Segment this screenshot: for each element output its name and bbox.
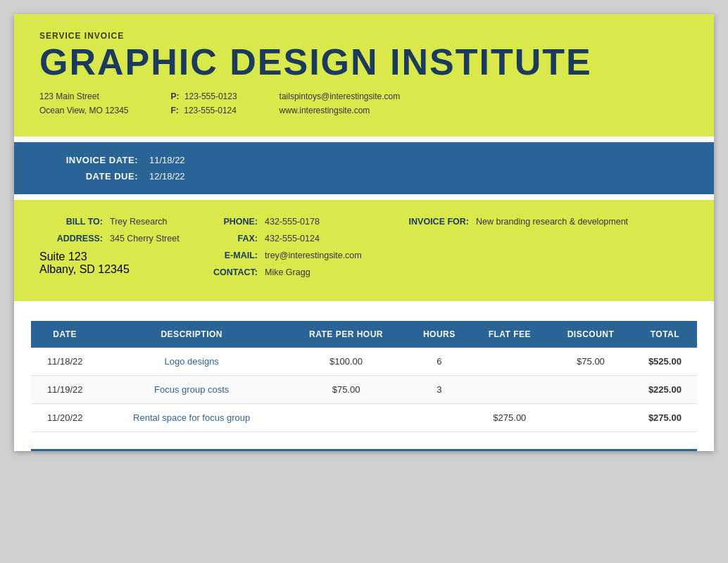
table-cell: Logo designs xyxy=(99,348,284,376)
billto-grid: BILL TO: Trey Research ADDRESS: 345 Cher… xyxy=(39,217,689,284)
address-line2: Ocean View, MO 12345 xyxy=(39,106,129,115)
email-website-col: tailspintoys@interestingsite.com www.int… xyxy=(280,91,401,120)
divider-3 xyxy=(14,301,714,307)
table-cell: 11/20/22 xyxy=(31,404,99,432)
date-due-value: 12/18/22 xyxy=(149,171,185,182)
table-row: 11/18/22Logo designs$100.006$75.00$525.0… xyxy=(31,348,697,376)
invoice-for-row: INVOICE FOR: New branding research & dev… xyxy=(391,217,689,227)
table-cell: Rental space for focus group xyxy=(99,404,284,432)
invoice-for-label: INVOICE FOR: xyxy=(391,217,469,227)
col-description: DESCRIPTION xyxy=(99,321,284,348)
phone-fax-col: P: 123-555-0123 F: 123-555-0124 xyxy=(171,91,237,120)
billto-phone-label: PHONE: xyxy=(194,217,258,227)
billto-contact-row: CONTACT: Mike Gragg xyxy=(194,267,391,277)
billto-fax-row: FAX: 432-555-0124 xyxy=(194,234,391,243)
address-line3: Albany, SD 12345 xyxy=(39,263,194,276)
divider-2 xyxy=(14,194,714,200)
billto-col-1: BILL TO: Trey Research ADDRESS: 345 Cher… xyxy=(39,217,194,284)
billto-email-value: trey@interestingsite.com xyxy=(265,251,362,260)
phone-row: P: 123-555-0123 xyxy=(171,91,237,101)
col-flat-fee: FLAT FEE xyxy=(471,321,549,348)
table-cell: $75.00 xyxy=(548,348,633,376)
invoice-date-value: 11/18/22 xyxy=(149,155,185,165)
header-section: SERVICE INVOICE GRAPHIC DESIGN INSTITUTE… xyxy=(14,14,714,137)
phone-label: P: xyxy=(171,91,180,101)
billto-fax-value: 432-555-0124 xyxy=(265,234,320,243)
table-cell: $75.00 xyxy=(284,376,408,404)
service-label: SERVICE INVOICE xyxy=(39,31,689,41)
table-cell: 11/18/22 xyxy=(31,348,99,376)
table-cell: $275.00 xyxy=(471,404,549,432)
bill-to-name: Trey Research xyxy=(110,217,168,227)
col-total: TOTAL xyxy=(633,321,697,348)
address-line1: 345 Cherry Street xyxy=(110,234,180,243)
billto-fax-label: FAX: xyxy=(194,234,258,243)
invoice-table: DATE DESCRIPTION RATE PER HOUR HOURS FLA… xyxy=(31,321,697,432)
table-cell xyxy=(471,348,549,376)
col-hours: HOURS xyxy=(408,321,470,348)
date-due-row: DATE DUE: 12/18/22 xyxy=(39,171,689,182)
company-name: GRAPHIC DESIGN INSTITUTE xyxy=(39,44,689,80)
table-section: DATE DESCRIPTION RATE PER HOUR HOURS FLA… xyxy=(14,307,714,449)
table-cell: $100.00 xyxy=(284,348,408,376)
table-cell xyxy=(408,404,470,432)
billto-contact-value: Mike Gragg xyxy=(265,267,310,277)
billto-phone-row: PHONE: 432-555-0178 xyxy=(194,217,391,227)
table-row: 11/19/22Focus group costs$75.003$225.00 xyxy=(31,376,697,404)
invoice-page: SERVICE INVOICE GRAPHIC DESIGN INSTITUTE… xyxy=(14,14,714,451)
invoice-for-value: New branding research & development xyxy=(476,217,628,227)
address-col: 123 Main Street Ocean View, MO 12345 xyxy=(39,91,129,120)
table-row: 11/20/22Rental space for focus group$275… xyxy=(31,404,697,432)
table-header-row: DATE DESCRIPTION RATE PER HOUR HOURS FLA… xyxy=(31,321,697,348)
col-date: DATE xyxy=(31,321,99,348)
website-value: www.interestingsite.com xyxy=(280,106,401,115)
table-cell xyxy=(471,376,549,404)
table-cell: $525.00 xyxy=(633,348,697,376)
extra-address-lines: Suite 123 Albany, SD 12345 xyxy=(39,251,194,276)
email-value: tailspintoys@interestingsite.com xyxy=(280,91,401,101)
address-line1: 123 Main Street xyxy=(39,91,129,101)
contact-info: 123 Main Street Ocean View, MO 12345 P: … xyxy=(39,91,689,120)
bottom-divider xyxy=(31,449,697,451)
phone-value: 123-555-0123 xyxy=(184,91,237,101)
bill-to-row: BILL TO: Trey Research xyxy=(39,217,194,227)
fax-value: 123-555-0124 xyxy=(184,106,237,115)
date-due-label: DATE DUE: xyxy=(39,171,138,182)
table-cell: $275.00 xyxy=(633,404,697,432)
billto-section: BILL TO: Trey Research ADDRESS: 345 Cher… xyxy=(14,200,714,301)
address-row: ADDRESS: 345 Cherry Street xyxy=(39,234,194,243)
table-cell: 6 xyxy=(408,348,470,376)
table-cell xyxy=(548,404,633,432)
bill-to-label: BILL TO: xyxy=(39,217,103,227)
table-cell xyxy=(548,376,633,404)
col-discount: DISCOUNT xyxy=(548,321,633,348)
address-line2: Suite 123 xyxy=(39,251,194,263)
billto-email-row: E-MAIL: trey@interestingsite.com xyxy=(194,251,391,260)
fax-row: F: 123-555-0124 xyxy=(171,106,237,115)
dates-section: INVOICE DATE: 11/18/22 DATE DUE: 12/18/2… xyxy=(14,142,714,194)
invoice-date-label: INVOICE DATE: xyxy=(39,155,138,165)
fax-label: F: xyxy=(171,106,179,115)
invoice-date-row: INVOICE DATE: 11/18/22 xyxy=(39,155,689,165)
billto-col-3: INVOICE FOR: New branding research & dev… xyxy=(391,217,689,284)
billto-contact-label: CONTACT: xyxy=(194,267,258,277)
divider-1 xyxy=(14,137,714,142)
table-cell: $225.00 xyxy=(633,376,697,404)
table-cell: Focus group costs xyxy=(99,376,284,404)
billto-phone-value: 432-555-0178 xyxy=(265,217,320,227)
table-cell xyxy=(284,404,408,432)
table-cell: 3 xyxy=(408,376,470,404)
col-rate: RATE PER HOUR xyxy=(284,321,408,348)
table-cell: 11/19/22 xyxy=(31,376,99,404)
billto-col-2: PHONE: 432-555-0178 FAX: 432-555-0124 E-… xyxy=(194,217,391,284)
address-label: ADDRESS: xyxy=(39,234,103,243)
billto-email-label: E-MAIL: xyxy=(194,251,258,260)
